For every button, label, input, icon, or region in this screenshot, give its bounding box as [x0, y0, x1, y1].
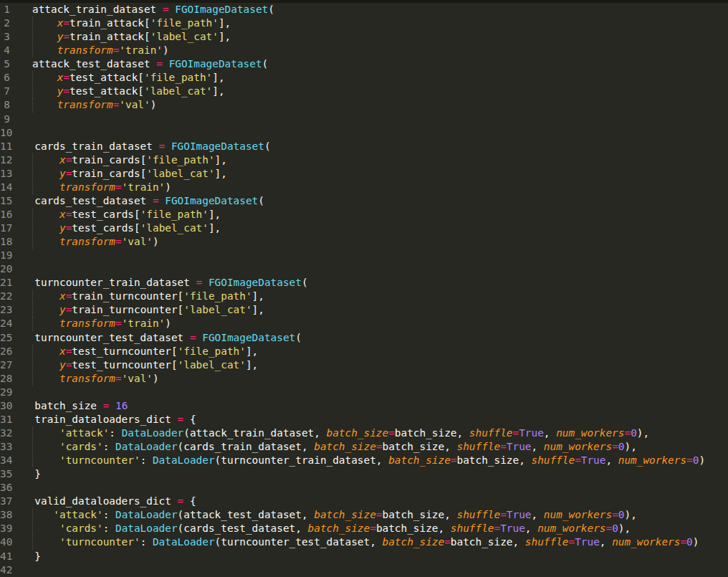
code-line[interactable]: 18 transform='val')	[0, 235, 728, 249]
code-line[interactable]: 13 y=train_cards['label_cat'],	[0, 167, 728, 181]
code-token: batch_size,	[383, 509, 457, 520]
code-line[interactable]: 8 transform='val')	[0, 98, 728, 112]
code-line[interactable]: 29	[0, 386, 728, 399]
code-line[interactable]: 20	[0, 262, 728, 276]
code-token: train_attack[	[70, 17, 150, 29]
code-line[interactable]: 34 'turncounter': DataLoader(turncounter…	[0, 454, 728, 467]
line-number[interactable]: 6	[0, 71, 10, 85]
code-line[interactable]: 42	[0, 563, 728, 577]
code-line[interactable]: 22 x=train_turncounter['file_path'],	[0, 290, 728, 303]
code-line[interactable]: 37valid_dataloaders_dict = {	[0, 495, 728, 508]
line-number[interactable]: 16	[0, 208, 12, 221]
code-line[interactable]: 21turncounter_train_dataset = FGOImageDa…	[0, 276, 728, 290]
line-number[interactable]: 37	[0, 495, 12, 508]
line-number[interactable]: 35	[0, 467, 12, 481]
code-line[interactable]: 14 transform='train')	[0, 181, 728, 194]
code-line[interactable]: 40 'turncounter': DataLoader(turncounter…	[0, 535, 728, 549]
code-line[interactable]: 25turncounter_test_dataset = FGOImageDat…	[0, 331, 728, 345]
line-number[interactable]: 42	[0, 563, 12, 577]
code-line[interactable]: 32 'attack': DataLoader(attack_train_dat…	[0, 426, 728, 440]
code-line[interactable]: 10	[0, 126, 728, 140]
line-number[interactable]: 23	[0, 303, 12, 317]
code-line[interactable]: 24 transform='train')	[0, 317, 728, 330]
code-token	[32, 72, 57, 83]
code-line[interactable]: 9	[0, 113, 728, 126]
line-number[interactable]: 40	[0, 535, 12, 549]
line-number[interactable]: 26	[0, 345, 12, 358]
line-number[interactable]: 34	[0, 454, 12, 467]
line-number[interactable]: 20	[0, 262, 12, 276]
code-token: ],	[212, 85, 224, 97]
code-token: batch_size	[388, 454, 451, 466]
line-number[interactable]: 10	[0, 126, 12, 140]
code-line[interactable]: 31train_dataloaders_dict = {	[0, 413, 728, 426]
line-number[interactable]: 28	[0, 372, 12, 386]
code-line[interactable]: 35}	[0, 467, 728, 481]
line-number[interactable]: 13	[0, 167, 12, 181]
code-token: (turncounter_test_dataset,	[215, 536, 383, 548]
code-line[interactable]: 27 y=test_turncounter['label_cat'],	[0, 358, 728, 372]
code-line[interactable]: 1attack_train_dataset = FGOImageDataset(	[0, 3, 728, 16]
line-number[interactable]: 9	[0, 113, 10, 126]
line-number[interactable]: 31	[0, 413, 12, 426]
code-line[interactable]: 26 x=test_turncounter['file_path'],	[0, 345, 728, 358]
code-line[interactable]: 39 'cards': DataLoader(cards_test_datase…	[0, 522, 728, 535]
code-line[interactable]: 12 x=train_cards['file_path'],	[0, 153, 728, 167]
line-number[interactable]: 39	[0, 522, 12, 535]
code-line[interactable]: 16 x=test_cards['file_path'],	[0, 208, 728, 221]
line-number[interactable]: 22	[0, 290, 12, 303]
line-number[interactable]: 33	[0, 440, 12, 454]
line-number[interactable]: 8	[0, 98, 10, 112]
code-token: y	[59, 359, 66, 371]
code-line[interactable]: 3 y=train_attack['label_cat'],	[0, 30, 728, 44]
line-number[interactable]: 38	[0, 508, 12, 522]
line-number[interactable]: 5	[0, 57, 10, 71]
line-number[interactable]: 36	[0, 481, 12, 495]
code-line[interactable]: 28 transform='val')	[0, 372, 728, 386]
code-line[interactable]: 11cards_train_dataset = FGOImageDataset(	[0, 140, 728, 153]
code-token: )	[165, 181, 171, 193]
line-number[interactable]: 15	[0, 194, 12, 208]
code-line[interactable]: 19	[0, 249, 728, 262]
line-number[interactable]: 27	[0, 358, 12, 372]
code-line[interactable]: 6 x=test_attack['file_path'],	[0, 71, 728, 85]
line-number[interactable]: 25	[0, 331, 12, 345]
line-number[interactable]: 3	[0, 30, 10, 44]
line-number[interactable]: 1	[0, 3, 10, 16]
code-token: num_workers	[612, 536, 680, 548]
line-number[interactable]: 17	[0, 221, 12, 235]
code-line[interactable]: 15cards_test_dataset = FGOImageDataset(	[0, 194, 728, 208]
code-token	[34, 304, 59, 315]
code-token: 0	[631, 427, 637, 439]
line-number[interactable]: 4	[0, 44, 10, 57]
code-line[interactable]: 36	[0, 481, 728, 495]
line-number[interactable]: 21	[0, 276, 12, 290]
line-number[interactable]: 11	[0, 140, 12, 153]
line-number[interactable]: 7	[0, 85, 10, 98]
code-token	[34, 154, 59, 166]
code-line[interactable]: 38 'attack': DataLoader(attack_test_data…	[0, 508, 728, 522]
line-number[interactable]: 18	[0, 235, 12, 249]
code-line[interactable]: 17 y=test_cards['label_cat'],	[0, 221, 728, 235]
code-line[interactable]: 7 y=test_attack['label_cat'],	[0, 85, 728, 98]
line-number[interactable]: 19	[0, 249, 12, 262]
code-line[interactable]: 41}	[0, 550, 728, 563]
line-number[interactable]: 32	[0, 426, 12, 440]
code-token	[34, 168, 59, 179]
code-line[interactable]: 2 x=train_attack['file_path'],	[0, 16, 728, 30]
line-number[interactable]: 12	[0, 153, 12, 167]
code-line[interactable]: 5attack_test_dataset = FGOImageDataset(	[0, 57, 728, 71]
code-line[interactable]: 33 'cards': DataLoader(cards_train_datas…	[0, 440, 728, 454]
line-number[interactable]: 14	[0, 181, 12, 194]
code-token: batch_size	[314, 441, 376, 452]
code-token: =	[190, 332, 196, 343]
code-line[interactable]: 4 transform='train')	[0, 44, 728, 57]
line-number[interactable]: 2	[0, 16, 10, 30]
code-line[interactable]: 30batch_size = 16	[0, 399, 728, 413]
line-number[interactable]: 41	[0, 550, 12, 563]
line-number[interactable]: 30	[0, 399, 12, 413]
code-line[interactable]: 23 y=train_turncounter['label_cat'],	[0, 303, 728, 317]
line-number[interactable]: 24	[0, 317, 12, 330]
line-number[interactable]: 29	[0, 386, 12, 399]
code-lines[interactable]: 1attack_train_dataset = FGOImageDataset(…	[0, 3, 728, 577]
